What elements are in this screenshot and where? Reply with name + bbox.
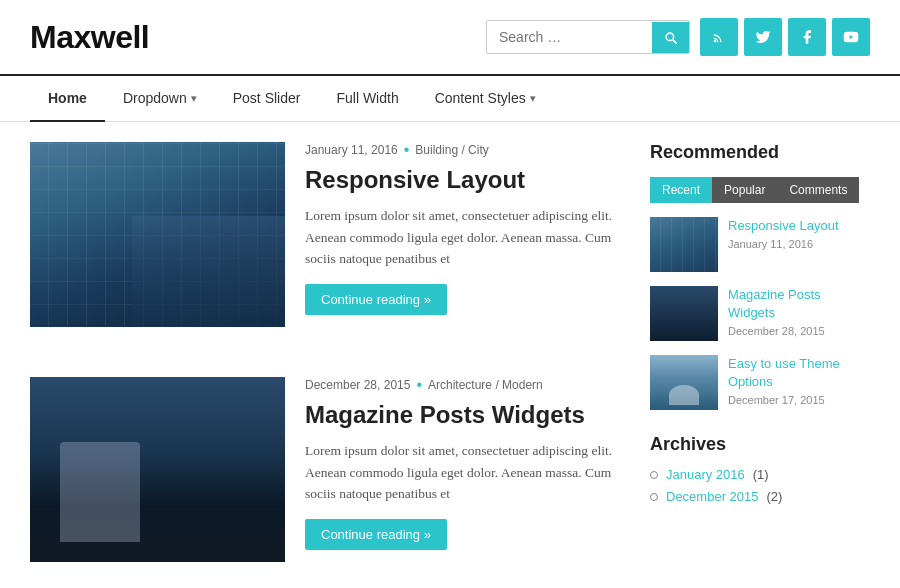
post-image-1 — [30, 142, 285, 327]
post-excerpt-1: Lorem ipsum dolor sit amet, consectetuer… — [305, 205, 620, 270]
social-icons — [700, 18, 870, 56]
sidebar-thumb-3 — [650, 355, 718, 410]
sidebar-tabs: Recent Popular Comments — [650, 177, 870, 203]
post-body-1: January 11, 2016 • Building / City Respo… — [305, 142, 620, 327]
search-icon — [663, 30, 678, 45]
content-area: January 11, 2016 • Building / City Respo… — [30, 142, 650, 588]
header-right — [486, 18, 870, 56]
search-button[interactable] — [652, 22, 689, 53]
archive-link-1[interactable]: January 2016 — [666, 467, 745, 482]
post-thumbnail-1 — [30, 142, 285, 327]
nav-item-content-styles[interactable]: Content Styles ▾ — [417, 76, 554, 122]
post-category-2: Architecture / Modern — [428, 378, 543, 392]
archives-heading: Archives — [650, 434, 870, 455]
chevron-down-icon: ▾ — [530, 92, 536, 105]
archives-section: Archives January 2016 (1) December 2015 … — [650, 434, 870, 504]
post-title-2[interactable]: Magazine Posts Widgets — [305, 399, 620, 430]
archive-item-2: December 2015 (2) — [650, 489, 870, 504]
archive-link-2[interactable]: December 2015 — [666, 489, 759, 504]
navigation: Home Dropdown ▾ Post Slider Full Width C… — [0, 74, 900, 122]
sidebar-post-date-3: December 17, 2015 — [728, 394, 870, 406]
tab-comments[interactable]: Comments — [777, 177, 859, 203]
post-image-2 — [30, 377, 285, 562]
youtube-icon[interactable] — [832, 18, 870, 56]
sidebar-post-info-2: Magazine Posts Widgets December 28, 2015 — [728, 286, 870, 337]
post-meta-2: December 28, 2015 • Architecture / Moder… — [305, 377, 620, 393]
meta-dot-2: • — [416, 377, 422, 393]
site-title: Maxwell — [30, 19, 149, 56]
sidebar-post-date-1: January 11, 2016 — [728, 238, 839, 250]
twitter-icon[interactable] — [744, 18, 782, 56]
sidebar-image-2 — [650, 286, 718, 341]
nav-item-dropdown[interactable]: Dropdown ▾ — [105, 76, 215, 122]
post-thumbnail-2 — [30, 377, 285, 562]
nav-item-post-slider[interactable]: Post Slider — [215, 76, 319, 122]
recommended-section: Recommended Recent Popular Comments Resp… — [650, 142, 870, 410]
continue-reading-button-2[interactable]: Continue reading » — [305, 519, 447, 550]
archive-bullet-1 — [650, 471, 658, 479]
sidebar-post-date-2: December 28, 2015 — [728, 325, 870, 337]
sidebar-image-1 — [650, 217, 718, 272]
sidebar-image-3 — [650, 355, 718, 410]
archive-count-2: (2) — [767, 489, 783, 504]
sidebar-post-info-3: Easy to use Theme Options December 17, 2… — [728, 355, 870, 406]
rss-icon[interactable] — [700, 18, 738, 56]
post-meta-1: January 11, 2016 • Building / City — [305, 142, 620, 158]
archive-bullet-2 — [650, 493, 658, 501]
nav-item-full-width[interactable]: Full Width — [318, 76, 416, 122]
post-title-1[interactable]: Responsive Layout — [305, 164, 620, 195]
post-1: January 11, 2016 • Building / City Respo… — [30, 142, 620, 347]
post-date-1: January 11, 2016 — [305, 143, 398, 157]
sidebar-post-3: Easy to use Theme Options December 17, 2… — [650, 355, 870, 410]
sidebar-post-title-2[interactable]: Magazine Posts Widgets — [728, 286, 870, 322]
search-input[interactable] — [487, 21, 652, 53]
post-2: December 28, 2015 • Architecture / Moder… — [30, 377, 620, 582]
sidebar-post-info-1: Responsive Layout January 11, 2016 — [728, 217, 839, 250]
continue-reading-button-1[interactable]: Continue reading » — [305, 284, 447, 315]
header: Maxwell — [0, 0, 900, 74]
sidebar: Recommended Recent Popular Comments Resp… — [650, 142, 870, 588]
post-excerpt-2: Lorem ipsum dolor sit amet, consectetuer… — [305, 440, 620, 505]
sidebar-post-2: Magazine Posts Widgets December 28, 2015 — [650, 286, 870, 341]
facebook-icon[interactable] — [788, 18, 826, 56]
tab-popular[interactable]: Popular — [712, 177, 777, 203]
nav-item-home[interactable]: Home — [30, 76, 105, 122]
tab-recent[interactable]: Recent — [650, 177, 712, 203]
svg-point-0 — [714, 40, 717, 43]
archive-count-1: (1) — [753, 467, 769, 482]
sidebar-thumb-2 — [650, 286, 718, 341]
post-category-1: Building / City — [415, 143, 488, 157]
sidebar-post-title-1[interactable]: Responsive Layout — [728, 217, 839, 235]
archive-item-1: January 2016 (1) — [650, 467, 870, 482]
main-layout: January 11, 2016 • Building / City Respo… — [0, 122, 900, 588]
post-body-2: December 28, 2015 • Architecture / Moder… — [305, 377, 620, 562]
sidebar-post-title-3[interactable]: Easy to use Theme Options — [728, 355, 870, 391]
post-date-2: December 28, 2015 — [305, 378, 410, 392]
meta-dot-1: • — [404, 142, 410, 158]
search-box — [486, 20, 690, 54]
chevron-down-icon: ▾ — [191, 92, 197, 105]
recommended-heading: Recommended — [650, 142, 870, 163]
sidebar-post-1: Responsive Layout January 11, 2016 — [650, 217, 870, 272]
sidebar-thumb-1 — [650, 217, 718, 272]
